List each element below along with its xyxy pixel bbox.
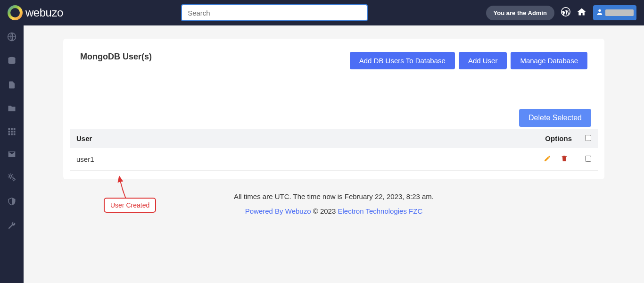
copyright-text: © 2023 bbox=[311, 207, 338, 215]
col-user: User bbox=[70, 129, 522, 148]
file-icon[interactable] bbox=[8, 80, 16, 92]
powered-by-link[interactable]: Powered By Webuzo bbox=[245, 207, 311, 215]
logo-icon bbox=[8, 5, 23, 20]
card: MongoDB User(s) Add DB Users To Database… bbox=[63, 39, 604, 179]
globe-icon[interactable] bbox=[7, 32, 17, 44]
col-select-all bbox=[578, 129, 598, 148]
user-icon bbox=[596, 8, 603, 17]
select-all-checkbox[interactable] bbox=[585, 135, 591, 141]
svg-point-14 bbox=[9, 175, 12, 177]
home-icon[interactable] bbox=[577, 7, 586, 19]
svg-rect-10 bbox=[8, 133, 10, 135]
sidebar bbox=[0, 25, 24, 283]
button-row: Add DB Users To Database Add User Manage… bbox=[350, 52, 587, 69]
header-right: You are the Admin bbox=[486, 5, 636, 20]
admin-badge: You are the Admin bbox=[486, 6, 554, 20]
delete-row: Delete Selected bbox=[70, 109, 598, 127]
svg-rect-7 bbox=[8, 131, 10, 133]
trash-icon[interactable] bbox=[561, 155, 568, 164]
table-row: user1 bbox=[70, 148, 598, 171]
database-icon[interactable] bbox=[7, 56, 17, 68]
row-checkbox[interactable] bbox=[585, 156, 591, 162]
wrench-icon[interactable] bbox=[7, 221, 17, 233]
logo-text: webuzo bbox=[25, 6, 63, 19]
svg-point-15 bbox=[13, 178, 15, 180]
svg-rect-12 bbox=[14, 133, 16, 135]
svg-rect-6 bbox=[14, 128, 16, 130]
main: MongoDB User(s) Add DB Users To Database… bbox=[24, 25, 644, 283]
apps-icon[interactable] bbox=[8, 127, 16, 138]
svg-rect-5 bbox=[11, 128, 13, 130]
add-db-users-button[interactable]: Add DB Users To Database bbox=[350, 52, 455, 69]
logo[interactable]: webuzo bbox=[8, 5, 63, 20]
wordpress-icon[interactable] bbox=[561, 7, 570, 19]
mail-icon[interactable] bbox=[7, 150, 17, 160]
add-user-button[interactable]: Add User bbox=[459, 52, 507, 69]
users-table: User Options user1 bbox=[70, 129, 598, 171]
user-menu-button[interactable] bbox=[593, 5, 636, 20]
search-wrap bbox=[181, 4, 368, 21]
cell-user: user1 bbox=[70, 148, 522, 171]
gears-icon[interactable] bbox=[7, 173, 17, 184]
cell-options bbox=[522, 148, 578, 171]
search-input[interactable] bbox=[181, 4, 368, 21]
manage-database-button[interactable]: Manage Database bbox=[511, 52, 587, 69]
col-options: Options bbox=[522, 129, 578, 148]
page-title: MongoDB User(s) bbox=[80, 52, 152, 62]
svg-rect-4 bbox=[8, 128, 10, 130]
card-header: MongoDB User(s) Add DB Users To Database… bbox=[70, 52, 598, 69]
edit-icon[interactable] bbox=[544, 155, 551, 164]
cell-checkbox bbox=[578, 148, 598, 171]
svg-point-1 bbox=[598, 9, 601, 12]
shield-icon[interactable] bbox=[8, 197, 16, 208]
folder-icon[interactable] bbox=[7, 104, 17, 115]
svg-rect-8 bbox=[11, 131, 13, 133]
company-link[interactable]: Electron Technologies FZC bbox=[338, 207, 422, 215]
user-name-placeholder bbox=[605, 9, 634, 16]
header: webuzo You are the Admin bbox=[0, 0, 644, 25]
table-header-row: User Options bbox=[70, 129, 598, 148]
delete-selected-button[interactable]: Delete Selected bbox=[519, 109, 591, 127]
annotation-callout: User Created bbox=[104, 198, 156, 213]
svg-rect-11 bbox=[11, 133, 13, 135]
svg-rect-9 bbox=[14, 131, 16, 133]
